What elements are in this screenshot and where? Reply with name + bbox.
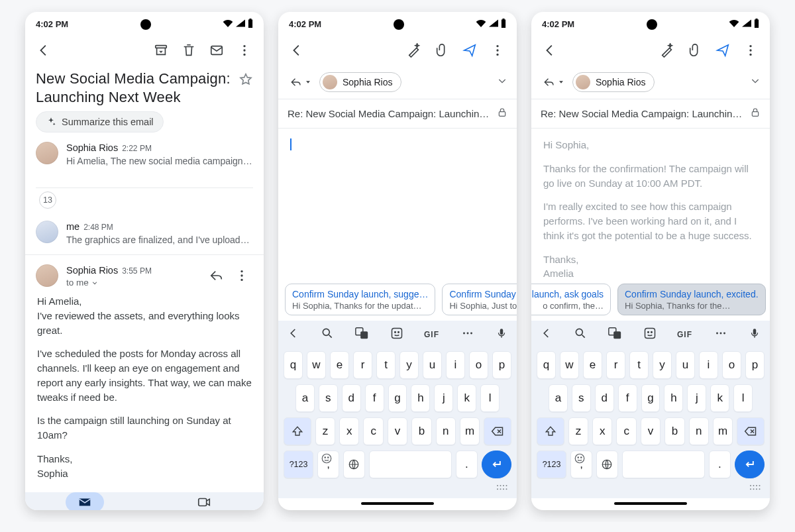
key-backspace[interactable] xyxy=(737,417,765,445)
key-shift[interactable] xyxy=(537,417,564,445)
key-q[interactable]: q xyxy=(537,351,556,379)
nav-mail[interactable] xyxy=(66,492,104,510)
search-icon[interactable] xyxy=(321,327,334,343)
key-y[interactable]: y xyxy=(399,351,419,379)
key-v[interactable]: v xyxy=(388,417,407,445)
key-z[interactable]: z xyxy=(315,417,335,445)
keyboard-handle-icon[interactable] xyxy=(531,481,770,494)
key-l[interactable]: l xyxy=(733,384,753,412)
key-e[interactable]: e xyxy=(583,351,602,379)
key-p[interactable]: p xyxy=(492,351,511,379)
key-g[interactable]: g xyxy=(388,384,407,412)
keyboard[interactable]: GIF qwertyuiop asdfghjkl zxcvbnm ?123,. xyxy=(531,321,770,498)
key-d[interactable]: d xyxy=(595,384,614,412)
collapsed-message[interactable]: me2:48 PM The graphics are finalized, an… xyxy=(36,211,253,254)
gif-button[interactable]: GIF xyxy=(677,330,692,339)
archive-button[interactable] xyxy=(150,39,172,62)
suggestion-chip-selected[interactable]: Confirm Sunday launch, excited. Hi Sophi… xyxy=(617,284,766,315)
star-button[interactable] xyxy=(238,68,253,91)
mark-unread-button[interactable] xyxy=(205,39,228,62)
key-a[interactable]: a xyxy=(295,384,315,412)
gesture-bar[interactable] xyxy=(614,502,687,505)
key-y[interactable]: y xyxy=(653,351,672,379)
key-f[interactable]: f xyxy=(365,384,384,412)
kbd-more-icon[interactable] xyxy=(460,326,475,343)
key-h[interactable]: h xyxy=(411,384,430,412)
key-j[interactable]: j xyxy=(434,384,453,412)
suggestion-chip[interactable]: y launch, ask goals o confirm, the… xyxy=(531,284,611,315)
compose-body-input[interactable] xyxy=(278,129,517,278)
key-b[interactable]: b xyxy=(664,417,684,445)
key-w[interactable]: w xyxy=(560,351,579,379)
ai-compose-button[interactable] xyxy=(403,39,425,62)
sticker-icon[interactable] xyxy=(390,327,403,343)
key-h[interactable]: h xyxy=(664,384,683,412)
key-period[interactable]: . xyxy=(709,451,731,478)
key-o[interactable]: o xyxy=(722,351,741,379)
key-l[interactable]: l xyxy=(480,384,500,412)
keyboard[interactable]: GIF qwertyuiop asdfghjkl zxcvbnm ?123,. xyxy=(278,321,517,498)
collapsed-count-badge[interactable]: 13 xyxy=(39,191,56,209)
key-space[interactable] xyxy=(369,451,452,478)
key-symbols[interactable]: ?123 xyxy=(284,451,313,478)
key-c[interactable]: c xyxy=(363,417,383,445)
key-w[interactable]: w xyxy=(307,351,326,379)
message-more-button[interactable] xyxy=(231,264,253,287)
recipients-row[interactable]: Sophia Rios xyxy=(531,66,770,99)
key-r[interactable]: r xyxy=(606,351,625,379)
key-symbols[interactable]: ?123 xyxy=(537,451,566,478)
key-s[interactable]: s xyxy=(572,384,591,412)
key-f[interactable]: f xyxy=(618,384,637,412)
send-button[interactable] xyxy=(712,39,734,62)
key-r[interactable]: r xyxy=(353,351,372,379)
attach-button[interactable] xyxy=(684,39,706,62)
keyboard-handle-icon[interactable] xyxy=(278,481,517,494)
translate-icon[interactable] xyxy=(608,326,622,343)
suggestion-chip[interactable]: Confirm Sunday launch, sugge… Hi Sophia,… xyxy=(285,284,435,315)
key-m[interactable]: m xyxy=(713,417,733,445)
attach-button[interactable] xyxy=(431,39,453,62)
sticker-icon[interactable] xyxy=(643,327,657,343)
recipients-row[interactable]: Sophia Rios xyxy=(278,66,517,99)
key-x[interactable]: x xyxy=(592,417,612,445)
more-button[interactable] xyxy=(233,39,256,62)
suggestion-chip[interactable]: Confirm Sunday la Hi Sophia, Just to c xyxy=(442,284,517,315)
key-period[interactable]: . xyxy=(456,451,478,478)
key-z[interactable]: z xyxy=(568,417,588,445)
key-a[interactable]: a xyxy=(549,384,568,412)
key-e[interactable]: e xyxy=(330,351,349,379)
key-t[interactable]: t xyxy=(376,351,396,379)
kbd-back-icon[interactable] xyxy=(288,327,299,342)
key-language[interactable] xyxy=(596,451,618,478)
subject-row[interactable]: Re: New Social Media Campaign: Launching… xyxy=(531,99,770,129)
summarize-chip[interactable]: Summarize this email xyxy=(36,111,164,133)
more-button[interactable] xyxy=(486,39,509,62)
key-u[interactable]: u xyxy=(423,351,442,379)
key-k[interactable]: k xyxy=(710,384,729,412)
key-comma[interactable]: , xyxy=(317,451,339,478)
translate-icon[interactable] xyxy=(354,326,369,343)
back-button[interactable] xyxy=(33,39,56,62)
key-enter[interactable] xyxy=(735,451,765,478)
collapsed-count-row[interactable]: 13 xyxy=(36,187,253,211)
reply-button[interactable] xyxy=(205,264,228,287)
subject-row[interactable]: Re: New Social Media Campaign: Launching… xyxy=(278,99,517,129)
key-k[interactable]: k xyxy=(457,384,476,412)
key-t[interactable]: t xyxy=(629,351,649,379)
key-v[interactable]: v xyxy=(641,417,661,445)
recipient-chip[interactable]: Sophia Rios xyxy=(572,72,655,92)
gif-button[interactable]: GIF xyxy=(424,330,439,339)
key-b[interactable]: b xyxy=(411,417,431,445)
recipient-chip[interactable]: Sophia Rios xyxy=(319,72,401,92)
key-g[interactable]: g xyxy=(641,384,661,412)
reply-type-toggle[interactable] xyxy=(541,74,567,91)
back-button[interactable] xyxy=(539,39,562,62)
key-comma[interactable]: , xyxy=(570,451,592,478)
back-button[interactable] xyxy=(286,39,309,62)
send-button[interactable] xyxy=(458,39,481,62)
key-i[interactable]: i xyxy=(699,351,718,379)
more-button[interactable] xyxy=(739,39,762,62)
key-d[interactable]: d xyxy=(342,384,361,412)
gesture-bar[interactable] xyxy=(361,502,434,505)
mic-icon[interactable] xyxy=(749,327,761,342)
